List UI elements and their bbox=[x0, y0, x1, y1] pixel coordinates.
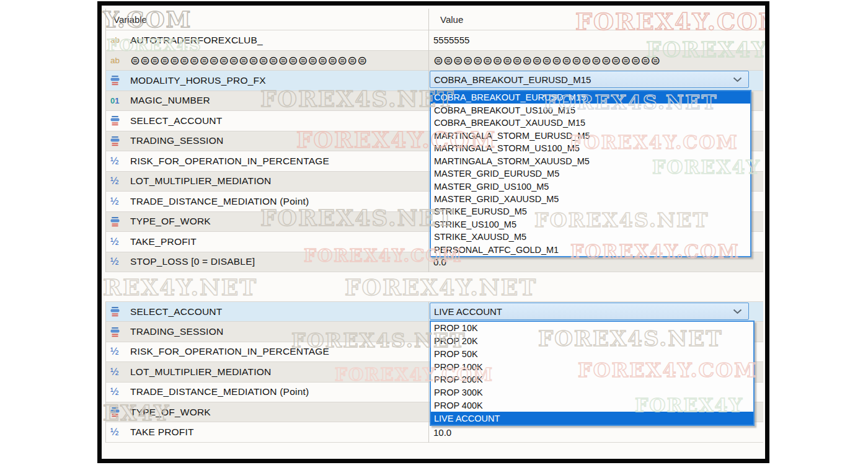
param-icon-cell: ½ bbox=[110, 367, 126, 377]
string-param-icon: ab bbox=[110, 56, 120, 65]
param-label: TRADE_DISTANCE_MEDIATION (Point) bbox=[130, 196, 309, 207]
dropdown-option-cobra-breakout-us100-m15[interactable]: COBRA_BREAKOUT_US100_M15 bbox=[431, 104, 750, 116]
dropdown-option-master-grid-eurusd-m5[interactable]: MASTER_GRID_EURUSD_M5 bbox=[431, 167, 750, 180]
param-label: MODALITY_HORUS_PRO_FX bbox=[130, 75, 266, 86]
param-label: TAKE_PROFIT bbox=[130, 236, 197, 247]
param-icon-cell: ab bbox=[110, 36, 126, 45]
dropdown-option-live-account[interactable]: LIVE ACCOUNT bbox=[431, 412, 753, 425]
account-combobox[interactable]: LIVE ACCOUNT bbox=[430, 303, 749, 320]
table-header: Variable Value bbox=[106, 9, 763, 30]
combobox-value: COBRA_BREAKOUT_EURUSD_M15 bbox=[434, 74, 591, 85]
param-icon-cell: ½ bbox=[110, 387, 126, 397]
dropdown-option-personal-atfc-gold-m1[interactable]: PERSONAL_ATFC_GOLD_M1 bbox=[431, 244, 750, 256]
dropdown-option-martingala-storm-xauusd-m5[interactable]: MARTINGALA_STORM_XAUUSD_M5 bbox=[431, 154, 750, 167]
enum-param-icon bbox=[110, 306, 120, 317]
chevron-down-icon[interactable] bbox=[733, 309, 742, 314]
dropdown-option-martingala-storm-us100-m5[interactable]: MARTINGALA_STORM_US100_M5 bbox=[431, 142, 750, 154]
enum-param-icon bbox=[110, 327, 120, 337]
param-label: SELECT_ACCOUNT bbox=[130, 115, 222, 126]
param-icon-cell bbox=[110, 407, 126, 417]
param-row-autotraderforexclub[interactable]: abAUTOTRADERFOREXCLUB_5555555 bbox=[106, 30, 763, 51]
dropdown-option-cobra-breakout-xauusd-m15[interactable]: COBRA_BREAKOUT_XAUUSD_M15 bbox=[431, 117, 750, 129]
param-label: RISK_FOR_OPERATION_IN_PERCENTAGE bbox=[130, 346, 329, 357]
account-dropdown-list: PROP 10KPROP 20KPROP 50KPROP 100KPROP 20… bbox=[430, 321, 755, 426]
column-header-value: Value bbox=[436, 14, 463, 25]
enum-param-icon bbox=[110, 216, 120, 227]
param-icon-cell: ab bbox=[110, 56, 126, 65]
param-label: TAKE PROFIT bbox=[130, 427, 194, 438]
enum-param-icon bbox=[110, 136, 120, 146]
chevron-down-icon[interactable] bbox=[733, 77, 742, 82]
param-value[interactable]: 5555555 bbox=[429, 30, 763, 50]
column-divider bbox=[428, 9, 429, 272]
enum-param-icon bbox=[110, 407, 120, 417]
param-icon-cell bbox=[110, 327, 126, 337]
param-icon-cell: ½ bbox=[110, 197, 126, 206]
param-icon-cell: ½ bbox=[110, 257, 126, 267]
param-icon-cell bbox=[110, 75, 126, 86]
dropdown-option-master-grid-xauusd-m5[interactable]: MASTER_GRID_XAUUSD_M5 bbox=[431, 193, 750, 205]
param-label: TRADE_DISTANCE_MEDIATION (Point) bbox=[130, 386, 309, 397]
dropdown-option-prop-20k[interactable]: PROP 20K bbox=[431, 335, 753, 348]
dropdown-option-cobra-breakout-eurusd-m15[interactable]: COBRA_BREAKOUT_EURUSD_M15 bbox=[431, 91, 750, 104]
enum-param-icon bbox=[110, 115, 120, 126]
param-label: TYPE_OF_WORK bbox=[130, 216, 211, 227]
param-value[interactable]: ⊜⊜⊜⊜⊜⊜⊜⊜⊜⊜⊜⊜⊜⊜⊜⊜⊜⊜⊜⊜⊜⊜⊜ bbox=[429, 51, 763, 71]
param-icon-cell: ½ bbox=[110, 156, 126, 166]
param-icon-cell: ½ bbox=[110, 176, 126, 186]
param-label: TRADING_SESSION bbox=[130, 326, 223, 337]
combobox-value: LIVE ACCOUNT bbox=[434, 306, 502, 317]
param-icon-cell bbox=[110, 216, 126, 227]
dropdown-option-martingala-storm-eurusd-m5[interactable]: MARTINGALA_STORM_EURUSD_M5 bbox=[431, 129, 750, 141]
integer-param-icon: 01 bbox=[110, 97, 119, 105]
dropdown-option-strike-xauusd-m5[interactable]: STRIKE_XAUUSD_M5 bbox=[431, 231, 750, 243]
param-icon-cell bbox=[110, 136, 126, 146]
param-row-masked[interactable]: ab⊜⊜⊜⊜⊜⊜⊜⊜⊜⊜⊜⊜⊜⊜⊜⊜⊜⊜⊜⊜⊜⊜⊜⊜⊜⊜⊜⊜⊜⊜⊜⊜⊜⊜⊜⊜⊜⊜… bbox=[106, 51, 763, 71]
param-icon-cell: ½ bbox=[110, 237, 126, 247]
fraction-param-icon: ½ bbox=[110, 367, 118, 377]
dropdown-option-prop-100k[interactable]: PROP 100K bbox=[431, 360, 753, 373]
enum-param-icon bbox=[110, 75, 120, 86]
fraction-param-icon: ½ bbox=[110, 347, 118, 356]
watermark-text: FOREX4Y.NET bbox=[345, 274, 537, 300]
dropdown-option-prop-200k[interactable]: PROP 200K bbox=[431, 373, 753, 386]
param-label: ⊜⊜⊜⊜⊜⊜⊜⊜⊜⊜⊜⊜⊜⊜⊜⊜⊜⊜⊜⊜⊜⊜⊜⊜ bbox=[130, 55, 367, 66]
param-label: LOT_MULTIPLIER_MEDIATION bbox=[130, 366, 271, 378]
dropdown-option-strike-eurusd-m5[interactable]: STRIKE_EURUSD_M5 bbox=[431, 205, 750, 218]
param-label: RISK_FOR_OPERATION_IN_PERCENTAGE bbox=[130, 156, 329, 167]
param-label: AUTOTRADERFOREXCLUB_ bbox=[130, 35, 263, 46]
parameters-panel: Variable Value abAUTOTRADERFOREXCLUB_555… bbox=[97, 1, 769, 463]
param-icon-cell: 01 bbox=[110, 97, 126, 105]
dropdown-option-prop-400k[interactable]: PROP 400K bbox=[431, 399, 753, 412]
dropdown-option-strike-us100-m5[interactable]: STRIKE_US100_M5 bbox=[431, 218, 750, 231]
fraction-param-icon: ½ bbox=[110, 197, 118, 206]
dropdown-option-master-grid-us100-m5[interactable]: MASTER_GRID_US100_M5 bbox=[431, 180, 750, 192]
modality-dropdown-list: COBRA_BREAKOUT_EURUSD_M15COBRA_BREAKOUT_… bbox=[430, 90, 751, 257]
param-label: SELECT_ACCOUNT bbox=[130, 306, 222, 317]
dropdown-option-prop-50k[interactable]: PROP 50K bbox=[431, 348, 753, 361]
param-icon-cell: ½ bbox=[110, 427, 126, 437]
fraction-param-icon: ½ bbox=[110, 156, 118, 166]
dropdown-option-prop-10k[interactable]: PROP 10K bbox=[431, 322, 753, 335]
param-icon-cell: ½ bbox=[110, 347, 126, 356]
string-param-icon: ab bbox=[110, 36, 120, 45]
param-icon-cell bbox=[110, 115, 126, 126]
fraction-param-icon: ½ bbox=[110, 176, 118, 186]
dropdown-option-prop-300k[interactable]: PROP 300K bbox=[431, 386, 753, 399]
param-label: STOP_LOSS [0 = DISABLE] bbox=[130, 256, 255, 267]
column-header-variable: Variable bbox=[106, 14, 436, 25]
fraction-param-icon: ½ bbox=[110, 427, 118, 437]
param-icon-cell bbox=[110, 306, 126, 317]
watermark-text: REX4Y.NET bbox=[103, 274, 257, 300]
column-divider bbox=[428, 302, 429, 443]
fraction-param-icon: ½ bbox=[110, 237, 118, 247]
param-label: TRADING_SESSION bbox=[130, 135, 223, 146]
param-label: MAGIC_NUMBER bbox=[130, 95, 210, 106]
fraction-param-icon: ½ bbox=[110, 257, 118, 267]
modality-combobox[interactable]: COBRA_BREAKOUT_EURUSD_M15 bbox=[430, 71, 749, 88]
param-label: TYPE_OF_WORK bbox=[130, 407, 211, 418]
fraction-param-icon: ½ bbox=[110, 387, 118, 397]
param-label: LOT_MULTIPLIER_MEDIATION bbox=[130, 175, 271, 187]
